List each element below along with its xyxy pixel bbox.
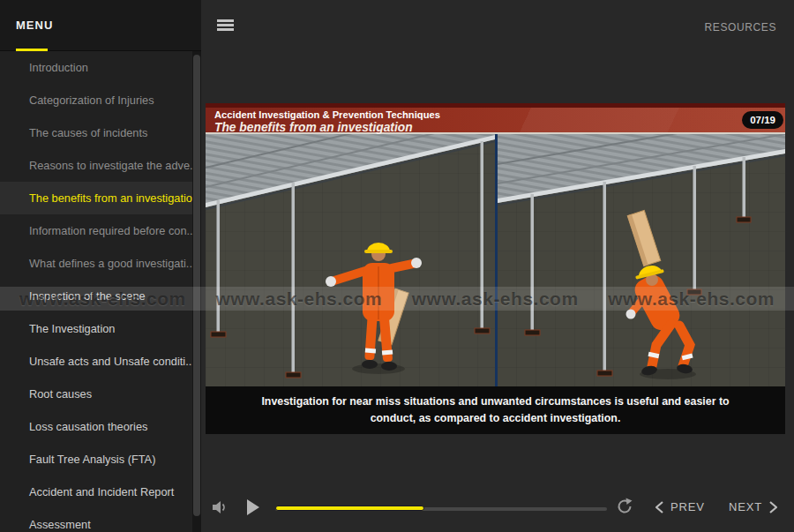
sidebar-item[interactable]: Unsafe acts and Unsafe conditi... [0,345,192,378]
replay-icon[interactable] [617,498,633,519]
seekbar-fill [275,506,424,511]
prev-button-label: PREV [670,500,705,513]
sidebar: MENU IntroductionCategorization of Injur… [0,0,201,532]
chevron-right-icon [769,501,777,513]
lesson-title: The benefits from an investigation [214,121,785,134]
prev-button[interactable]: PREV [655,500,705,513]
play-icon[interactable] [246,498,260,520]
sidebar-item[interactable]: Information required before con... [0,214,192,247]
sidebar-menu: IntroductionCategorization of InjuriesTh… [0,51,192,532]
slide: Accident Investigation & Prevention Tech… [206,103,785,434]
scaffold-scene-graphic [206,134,785,386]
menu-title: MENU [16,19,53,32]
sidebar-item[interactable]: Introduction [0,51,192,84]
sidebar-item[interactable]: The benefits from an investigation [0,182,192,214]
panel-divider [495,134,498,386]
next-button-label: NEXT [729,500,762,513]
sidebar-item[interactable]: Assessment [0,508,192,532]
sidebar-item[interactable]: Reasons to investigate the adve... [0,149,192,182]
sidebar-item[interactable]: Root causes [0,378,192,410]
sidebar-item[interactable]: What defines a good investigati... [0,247,192,280]
sidebar-item[interactable]: The Investigation [0,312,192,345]
volume-icon[interactable] [212,499,228,519]
seekbar[interactable] [275,507,607,511]
chevron-left-icon [655,501,663,513]
sidebar-item[interactable]: Loss causation theories [0,410,192,443]
application-window: MENU IntroductionCategorization of Injur… [0,0,794,532]
slide-illustration [206,134,785,386]
sidebar-item[interactable]: Accident and Incident Report [0,476,192,508]
sidebar-scrollbar-thumb[interactable] [193,55,200,516]
stage: RESOURCES Accident Investigation & Preve… [201,0,794,532]
hamburger-menu-icon[interactable] [217,19,234,33]
slide-caption: Investigation for near miss situations a… [206,386,785,434]
page-indicator-badge: 07/19 [742,111,783,129]
course-title: Accident Investigation & Prevention Tech… [214,109,785,121]
sidebar-header: MENU [0,0,201,51]
slide-header: Accident Investigation & Prevention Tech… [206,103,785,134]
sidebar-item[interactable]: The causes of incidents [0,116,192,149]
sidebar-item[interactable]: Inspection of the scene [0,280,192,312]
sidebar-scrollbar[interactable] [192,51,201,532]
resources-button[interactable]: RESOURCES [705,21,776,34]
sidebar-item[interactable]: Fault Tree Analysis (FTA) [0,443,192,476]
sidebar-item[interactable]: Categorization of Injuries [0,84,192,116]
next-button[interactable]: NEXT [729,500,777,513]
